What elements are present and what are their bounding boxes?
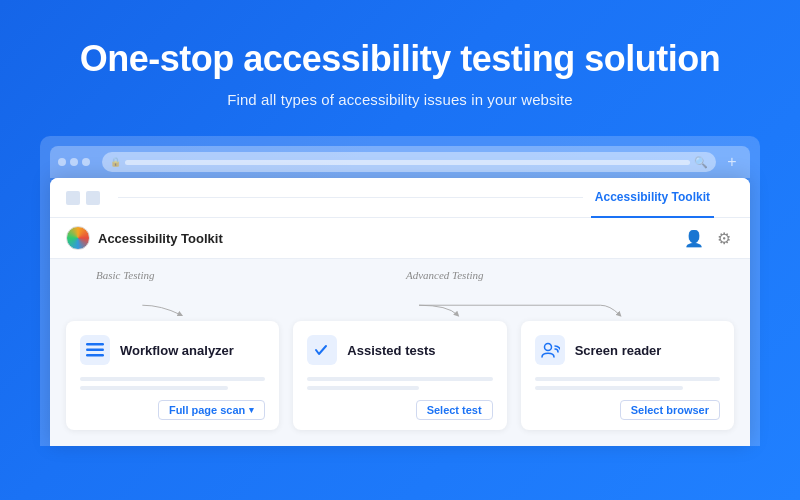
gear-icon[interactable]: ⚙	[714, 228, 734, 248]
svg-rect-1	[86, 349, 104, 352]
browser-dot-yellow	[70, 158, 78, 166]
lock-icon: 🔒	[110, 157, 121, 167]
tab-bar-spacer	[118, 197, 583, 198]
cards-row: Workflow analyzer Full page scan ▾	[66, 321, 734, 430]
svg-rect-0	[86, 343, 104, 346]
arrows-annotation	[66, 303, 734, 317]
placeholder-line	[80, 386, 228, 390]
panel-window-controls	[66, 191, 100, 205]
screen-reader-card: Screen reader Select browser	[521, 321, 734, 430]
search-icon: 🔍	[694, 156, 708, 169]
browser-window-controls	[58, 158, 90, 166]
address-text	[125, 160, 690, 165]
browser-dot-green	[82, 158, 90, 166]
assisted-tests-card: Assisted tests Select test	[293, 321, 506, 430]
assisted-tests-icon	[307, 335, 337, 365]
placeholder-line	[80, 377, 265, 381]
panel-ctrl-1	[66, 191, 80, 205]
new-tab-button[interactable]: +	[722, 152, 742, 172]
basic-testing-label: Basic Testing	[96, 269, 155, 281]
screen-reader-title: Screen reader	[575, 343, 662, 358]
browser-dot-red	[58, 158, 66, 166]
panel-header: Accessibility Toolkit 👤 ⚙	[50, 218, 750, 259]
full-page-scan-label: Full page scan	[169, 404, 245, 416]
main-panel: Accessibility Toolkit Accessibility Tool…	[50, 178, 750, 446]
full-page-scan-button[interactable]: Full page scan ▾	[158, 400, 265, 420]
placeholder-line	[307, 386, 418, 390]
panel-tab-bar: Accessibility Toolkit	[50, 178, 750, 218]
workflow-analyzer-card: Workflow analyzer Full page scan ▾	[66, 321, 279, 430]
workflow-analyzer-title: Workflow analyzer	[120, 343, 234, 358]
select-browser-button[interactable]: Select browser	[620, 400, 720, 420]
workflow-placeholder	[80, 377, 265, 390]
hero-subtitle: Find all types of accessibility issues i…	[20, 91, 780, 108]
app-logo	[66, 226, 90, 250]
browser-chrome: 🔒 🔍 + Accessibility Toolkit Accessibilit…	[40, 136, 760, 446]
assisted-placeholder	[307, 377, 492, 390]
address-bar[interactable]: 🔒 🔍	[102, 152, 716, 172]
assisted-footer: Select test	[307, 400, 492, 420]
app-name-label: Accessibility Toolkit	[98, 231, 223, 246]
placeholder-line	[307, 377, 492, 381]
advanced-testing-label: Advanced Testing	[406, 269, 484, 281]
chevron-down-icon: ▾	[249, 405, 254, 415]
hero-title: One-stop accessibility testing solution	[20, 38, 780, 79]
workflow-footer: Full page scan ▾	[80, 400, 265, 420]
screen-reader-icon	[535, 335, 565, 365]
select-test-button[interactable]: Select test	[416, 400, 493, 420]
svg-point-4	[544, 344, 551, 351]
panel-ctrl-2	[86, 191, 100, 205]
hero-section: One-stop accessibility testing solution …	[0, 0, 800, 136]
select-test-label: Select test	[427, 404, 482, 416]
header-action-icons: 👤 ⚙	[684, 228, 734, 248]
content-area: Basic Testing Advanced Testing	[50, 259, 750, 446]
card-header: Workflow analyzer	[80, 335, 265, 365]
card-header: Screen reader	[535, 335, 720, 365]
svg-rect-2	[86, 354, 104, 357]
assisted-tests-title: Assisted tests	[347, 343, 435, 358]
placeholder-line	[535, 386, 683, 390]
screen-reader-footer: Select browser	[535, 400, 720, 420]
screen-reader-placeholder	[535, 377, 720, 390]
browser-top-bar: 🔒 🔍 +	[50, 146, 750, 178]
user-icon[interactable]: 👤	[684, 228, 704, 248]
labels-row: Basic Testing Advanced Testing	[66, 269, 734, 299]
placeholder-line	[535, 377, 720, 381]
card-header: Assisted tests	[307, 335, 492, 365]
select-browser-label: Select browser	[631, 404, 709, 416]
workflow-icon	[80, 335, 110, 365]
active-tab[interactable]: Accessibility Toolkit	[591, 178, 714, 218]
